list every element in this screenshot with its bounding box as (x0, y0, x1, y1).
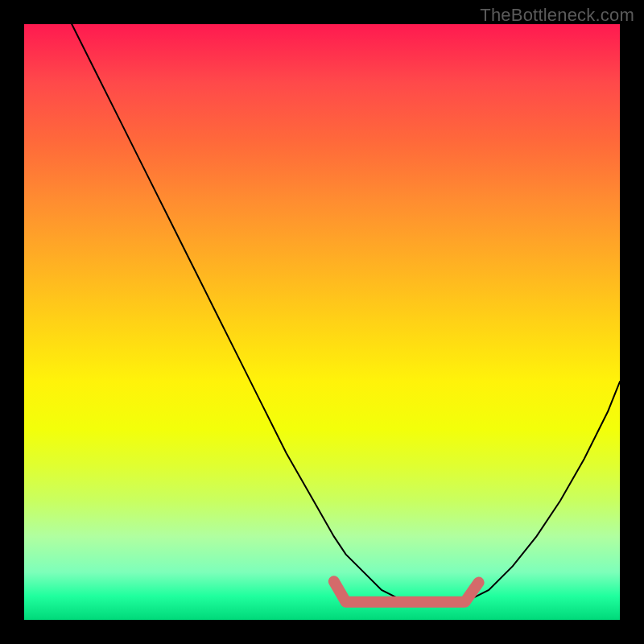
chart-svg (24, 24, 620, 620)
plot-area (24, 24, 620, 620)
flat-region-highlight (334, 581, 479, 602)
watermark-text: TheBottleneck.com (480, 5, 634, 26)
chart-container: TheBottleneck.com (0, 0, 644, 644)
series-curve (72, 24, 620, 602)
